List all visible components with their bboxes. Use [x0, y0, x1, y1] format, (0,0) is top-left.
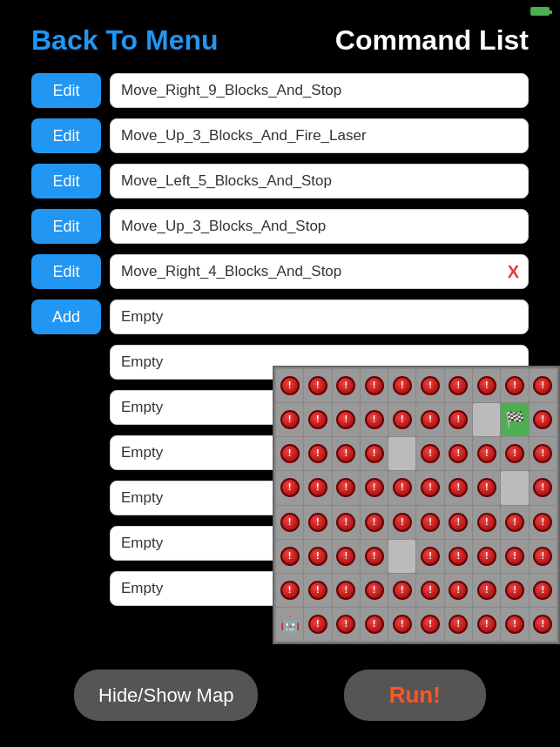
map-cell [276, 369, 303, 402]
map-cell [445, 369, 472, 402]
mine-icon [533, 615, 552, 634]
mine-icon [365, 444, 384, 463]
edit-button[interactable]: Edit [31, 254, 101, 289]
map-cell [530, 540, 557, 573]
command-text: Move_Right_9_Blocks_And_Stop [121, 82, 341, 99]
map-cell [530, 437, 557, 470]
map-cell [416, 471, 443, 504]
mine-icon [533, 478, 552, 497]
mine-icon [280, 376, 300, 395]
mine-icon [505, 376, 524, 395]
mine-icon [308, 615, 327, 634]
map-cell [388, 369, 415, 402]
command-row: AddEmpty [31, 297, 529, 337]
map-cell [473, 403, 500, 436]
command-text: Empty [121, 399, 163, 416]
map-cell [416, 369, 443, 402]
map-cell [445, 403, 472, 436]
map-cell [333, 608, 360, 641]
edit-button[interactable]: Edit [31, 164, 101, 199]
mine-icon [336, 444, 355, 463]
command-text-box[interactable]: Move_Up_3_Blocks_And_Stop [110, 209, 529, 244]
command-row: EditMove_Up_3_Blocks_And_Stop [31, 206, 529, 246]
command-row: EditMove_Right_9_Blocks_And_Stop [31, 71, 529, 111]
command-text-box[interactable]: Empty [110, 299, 529, 334]
mine-icon [280, 444, 300, 463]
battery-icon [530, 7, 550, 16]
command-text: Empty [121, 444, 163, 461]
map-cell [333, 403, 360, 436]
mine-icon [308, 581, 327, 600]
mine-icon [393, 376, 412, 395]
map-cell [333, 369, 360, 402]
map-cell [388, 403, 415, 436]
mine-icon [533, 547, 552, 566]
mine-icon [477, 581, 496, 600]
mine-icon [505, 547, 524, 566]
mine-icon [477, 444, 496, 463]
command-text: Empty [121, 580, 163, 597]
map-cell [388, 437, 415, 470]
map-cell [445, 471, 472, 504]
command-text-box[interactable]: Move_Up_3_Blocks_And_Fire_Laser [110, 118, 529, 153]
mine-icon [449, 615, 468, 634]
mine-icon [336, 478, 355, 497]
delete-command-icon[interactable]: X [508, 262, 519, 282]
map-cell [416, 608, 443, 641]
mine-icon [421, 547, 440, 566]
command-text: Move_Left_5_Blocks_And_Stop [121, 172, 332, 190]
edit-button[interactable]: Edit [31, 209, 101, 244]
edit-button[interactable]: Edit [31, 73, 101, 108]
map-cell [333, 540, 360, 573]
map-cell [361, 608, 388, 641]
mine-icon [308, 513, 327, 532]
map-cell [473, 608, 500, 641]
map-cell [530, 574, 557, 607]
mine-icon [336, 615, 355, 634]
command-row: EditMove_Left_5_Blocks_And_Stop [31, 161, 529, 201]
mine-icon [308, 410, 327, 429]
mine-icon [365, 478, 384, 497]
map-cell [416, 437, 443, 470]
map-cell [276, 540, 303, 573]
map-cell [333, 506, 360, 539]
mine-icon [393, 513, 412, 532]
mine-icon [421, 478, 440, 497]
edit-button[interactable]: Edit [31, 118, 101, 153]
mine-icon [308, 478, 327, 497]
map-cell [304, 471, 331, 504]
mine-icon [336, 547, 355, 566]
mine-icon [477, 376, 496, 395]
mine-icon [477, 547, 496, 566]
map-cell [304, 608, 331, 641]
back-to-menu-button[interactable]: Back To Menu [31, 24, 219, 57]
mine-icon [421, 513, 440, 532]
mine-icon [365, 410, 384, 429]
hide-show-map-button[interactable]: Hide/Show Map [74, 670, 258, 721]
command-text-box[interactable]: Move_Right_9_Blocks_And_Stop [110, 73, 529, 108]
command-text-box[interactable]: Move_Right_4_Blocks_And_StopX [110, 254, 529, 289]
map-cell [445, 574, 472, 607]
mine-icon [336, 581, 355, 600]
map-cell [501, 574, 528, 607]
run-button[interactable]: Run! [344, 670, 486, 721]
map-cell: 🏁 [501, 403, 528, 436]
map-cell [361, 369, 388, 402]
bottom-bar: Hide/Show Map Run! [0, 670, 560, 721]
map-cell [388, 540, 415, 573]
mine-icon [477, 478, 496, 497]
map-cell [416, 506, 443, 539]
command-text: Empty [121, 489, 163, 507]
add-button[interactable]: Add [31, 299, 101, 334]
mine-icon [477, 615, 496, 634]
mine-icon [421, 444, 440, 463]
mine-icon [308, 376, 327, 395]
map-cell [473, 437, 500, 470]
mine-icon [365, 513, 384, 532]
map-cell [304, 403, 331, 436]
command-text-box[interactable]: Move_Left_5_Blocks_And_Stop [110, 164, 529, 199]
map-cell [501, 369, 528, 402]
map-cell [473, 540, 500, 573]
map-cell [276, 437, 303, 470]
command-row: EditMove_Right_4_Blocks_And_StopX [31, 252, 529, 292]
